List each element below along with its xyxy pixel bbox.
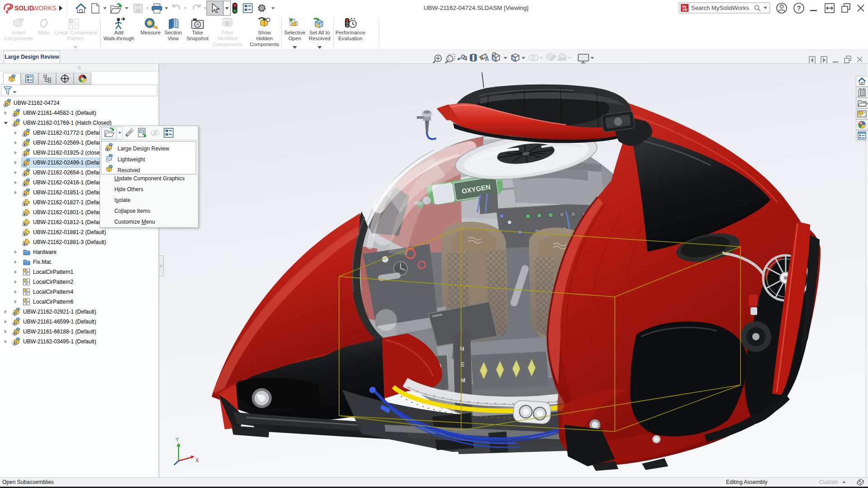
svg-text:Walk-through: Walk-through — [104, 36, 134, 41]
svg-text:Y: Y — [175, 436, 179, 443]
svg-text:SOLID: SOLID — [14, 5, 34, 12]
svg-text:Evaluation: Evaluation — [338, 36, 363, 41]
svg-text:Linear Component: Linear Component — [54, 30, 97, 35]
svg-text:Snapshot: Snapshot — [187, 36, 209, 41]
svg-text:Filter: Filter — [222, 30, 233, 35]
svg-text:Search MySolidWorks: Search MySolidWorks — [691, 5, 749, 11]
svg-text:Components: Components — [250, 42, 279, 47]
svg-text:Hidden: Hidden — [256, 36, 273, 41]
svg-text:Mate: Mate — [38, 30, 50, 35]
svg-text:Components: Components — [4, 36, 33, 41]
svg-text:Insert: Insert — [12, 30, 26, 35]
svg-text:Set All to: Set All to — [309, 30, 330, 35]
svg-text:Take: Take — [192, 30, 203, 35]
svg-text:SW: SW — [682, 8, 688, 11]
svg-text:Add: Add — [114, 30, 123, 35]
svg-text:View: View — [168, 36, 179, 41]
svg-text:Section: Section — [165, 30, 182, 35]
svg-text:WORKS: WORKS — [33, 5, 57, 12]
svg-text:Modified: Modified — [217, 36, 237, 41]
svg-text:A: A — [485, 56, 489, 62]
svg-text:Components: Components — [212, 42, 242, 47]
svg-text:Resolved: Resolved — [309, 36, 330, 41]
svg-text:X: X — [195, 457, 199, 464]
svg-text:Open: Open — [288, 36, 301, 41]
svg-text:Measure: Measure — [141, 30, 161, 35]
svg-text:?: ? — [797, 4, 801, 12]
svg-text:Performance: Performance — [335, 30, 365, 35]
svg-text:Selective: Selective — [284, 30, 306, 35]
svg-text:Show: Show — [258, 30, 271, 35]
svg-text:Pattern: Pattern — [67, 36, 84, 41]
